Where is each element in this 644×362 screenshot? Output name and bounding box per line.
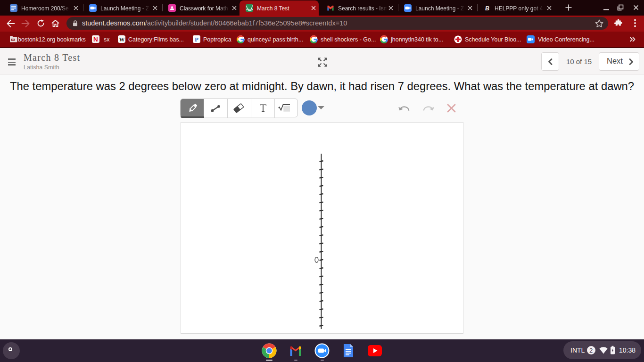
svg-text:B: B: [485, 5, 489, 12]
